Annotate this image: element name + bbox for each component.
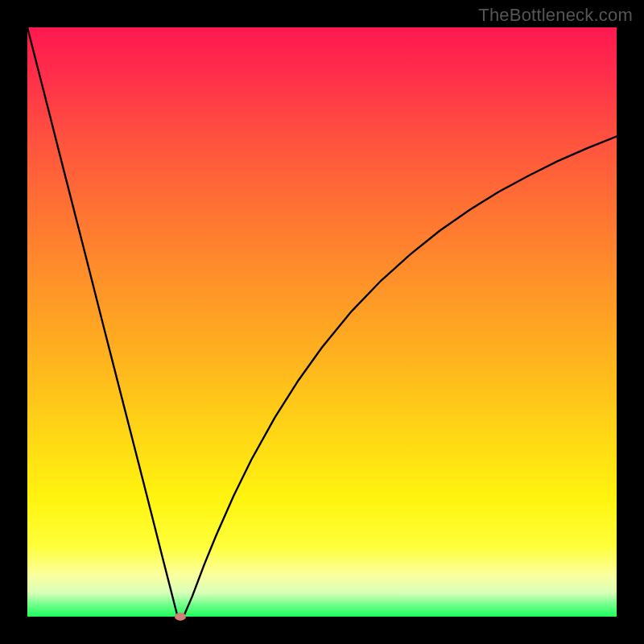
curve-line (27, 27, 617, 617)
bottleneck-curve (27, 27, 617, 617)
chart-frame: TheBottleneck.com (0, 0, 644, 644)
plot-area (27, 27, 617, 617)
minimum-marker (175, 613, 186, 621)
watermark-text: TheBottleneck.com (478, 5, 633, 26)
